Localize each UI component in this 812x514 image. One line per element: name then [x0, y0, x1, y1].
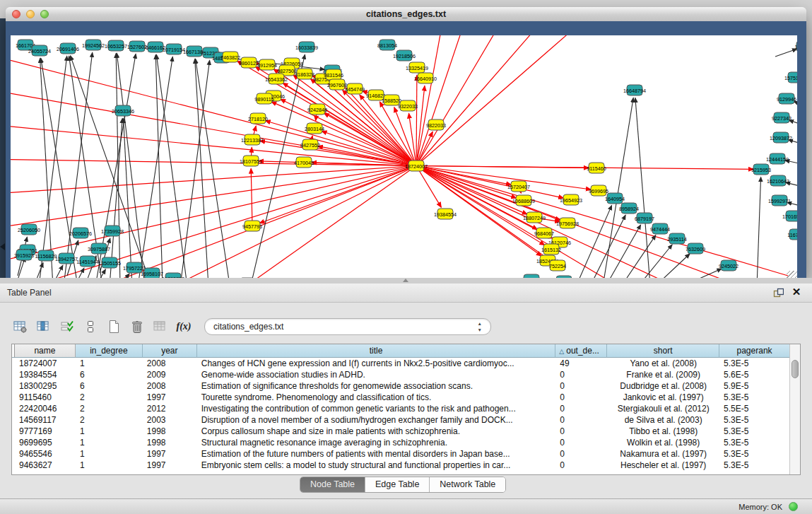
graph-node[interactable]: 17016504 — [782, 211, 797, 221]
table-row[interactable]: 946362711997Embryonic stem cells: a mode… — [12, 460, 790, 471]
table-row[interactable]: 1938455462009Genome-wide association stu… — [12, 369, 790, 380]
graph-node[interactable]: 1167533 — [787, 229, 797, 240]
column-header-year[interactable]: year — [143, 344, 197, 358]
graph-node[interactable]: 10719154 — [163, 44, 185, 54]
table-row[interactable]: 2242004622012Investigating the contribut… — [12, 403, 790, 414]
column-header-name[interactable]: name — [15, 344, 76, 358]
graph-node[interactable]: 1615132 — [541, 244, 561, 255]
scrollbar-thumb[interactable] — [792, 360, 799, 378]
graph-node[interactable]: 8813054 — [377, 40, 397, 50]
graph-node[interactable]: 20206576 — [69, 228, 92, 238]
show-columns-icon[interactable] — [36, 318, 52, 335]
graph-node[interactable]: 8454749 — [345, 83, 365, 94]
graph-node[interactable]: 9822033 — [426, 119, 446, 130]
graph-node[interactable]: 2967608 — [327, 79, 347, 90]
table-row[interactable]: 911546021997Tourette syndrome. Phenomeno… — [12, 392, 790, 403]
table-row[interactable]: 969969511998Structural magnetic resonanc… — [12, 437, 790, 448]
graph-node[interactable]: 9860123 — [239, 57, 259, 68]
column-header-short[interactable]: short — [607, 344, 719, 358]
graph-node[interactable]: 25206050 — [18, 224, 40, 235]
splitter-grip-icon[interactable] — [403, 279, 408, 282]
graph-node[interactable]: 6879197 — [635, 213, 654, 223]
graph-node[interactable]: 12213387 — [241, 134, 264, 145]
delete-trash-icon[interactable] — [129, 318, 145, 335]
graph-node[interactable]: 9474444 — [650, 223, 670, 234]
graph-node[interactable]: 8958924 — [619, 203, 639, 214]
graph-node[interactable]: 30975887 — [88, 243, 110, 254]
graph-node[interactable]: 18107551 — [240, 156, 262, 166]
graph-node[interactable]: 9115460 — [587, 163, 606, 173]
graph-node[interactable]: 9831546 — [324, 69, 343, 80]
graph-node[interactable]: 7632609 — [686, 243, 705, 254]
table-row[interactable]: 946554611997Estimation of the future num… — [12, 448, 790, 460]
graph-node[interactable]: 9129946 — [777, 93, 796, 104]
graph-node[interactable]: 752254 — [549, 260, 566, 271]
graph-node[interactable]: 15992971 — [768, 195, 791, 206]
graph-node[interactable]: 9227343 — [772, 112, 792, 123]
graph-node[interactable]: 16648794 — [623, 85, 646, 95]
float-panel-icon[interactable] — [772, 287, 784, 298]
graph-node[interactable]: 10653257 — [105, 40, 127, 51]
graph-node[interactable]: 8912954 — [257, 59, 277, 70]
graph-node[interactable]: 1640954 — [605, 193, 625, 204]
tab-node-table[interactable]: Node Table — [300, 477, 365, 492]
vertical-scrollbar[interactable] — [789, 344, 800, 474]
graph-node[interactable]: 2935114 — [667, 233, 686, 244]
graph-node[interactable]: 9684067 — [534, 228, 554, 238]
graph-node[interactable]: 3915923 — [14, 250, 34, 260]
graph-node[interactable]: 15751074 — [784, 72, 797, 83]
table-row[interactable]: 1456911722003Disruption of a novel membe… — [12, 414, 790, 426]
column-header-title[interactable]: title — [197, 344, 556, 358]
table-row[interactable]: 977716911998Corpus callosum shape and si… — [12, 426, 790, 437]
table-row[interactable]: 1872400712008Changes of HCN gene express… — [12, 358, 790, 369]
tab-edge-table[interactable]: Edge Table — [365, 477, 430, 492]
graph-node[interactable]: 19218506 — [393, 50, 416, 61]
graph-node[interactable]: 12093872 — [770, 132, 792, 143]
graph-node[interactable]: 20691406 — [57, 43, 79, 54]
graph-node[interactable]: 4170043 — [294, 157, 314, 168]
horizontal-splitter[interactable] — [0, 278, 812, 284]
graph-node[interactable]: 9242848 — [307, 104, 327, 115]
graph-node[interactable]: 13942757 — [55, 253, 78, 264]
graph-node[interactable]: 9245022 — [719, 260, 739, 271]
graph-node[interactable]: 9890115 — [254, 93, 273, 104]
graph-node[interactable]: 16033839 — [295, 42, 318, 52]
select-rows-icon[interactable] — [59, 318, 75, 335]
graph-node[interactable]: 2718120 — [248, 113, 268, 124]
import-table-icon[interactable] — [153, 318, 168, 335]
graph-node[interactable]: 1527602 — [127, 41, 147, 52]
collapse-panel-arrow-icon[interactable] — [0, 243, 5, 250]
graph-node[interactable]: 9699695 — [589, 185, 608, 196]
memory-ok-indicator-icon[interactable] — [789, 502, 798, 511]
column-header-pagerank[interactable]: pagerank — [719, 344, 790, 358]
graph-node[interactable]: 9457793 — [242, 221, 262, 231]
graph-node[interactable]: 12444159 — [766, 153, 789, 164]
window-titlebar[interactable]: citations_edges.txt — [6, 7, 806, 22]
table-mode-icon[interactable] — [83, 318, 98, 335]
close-panel-icon[interactable]: ✕ — [791, 286, 802, 298]
graph-node[interactable]: 19384554 — [434, 209, 457, 219]
graph-node[interactable]: 16210643 — [767, 175, 789, 186]
table-row[interactable]: 1830029562008Estimation of significance … — [12, 380, 790, 392]
graph-node[interactable]: 1117645 — [795, 41, 797, 52]
graph-node[interactable]: 20653346 — [112, 105, 134, 116]
graph-node[interactable]: 11451944 — [76, 256, 98, 267]
column-header-in-degree[interactable]: in_degree — [76, 344, 143, 358]
graph-node[interactable]: 10688609 — [512, 195, 535, 206]
citation-network-graph[interactable]: 1661704 24055724 20691406 19924562 10653… — [11, 35, 797, 281]
graph-node[interactable]: 13325419 — [406, 62, 428, 73]
table-settings-icon[interactable] — [13, 318, 28, 335]
function-builder-icon[interactable]: f(x) — [176, 318, 192, 335]
graph-node[interactable]: 19924562 — [82, 40, 105, 50]
column-header-out-de-[interactable]: △out_de... — [555, 344, 607, 358]
graph-node[interactable]: 19654923 — [560, 194, 582, 205]
graph-node[interactable]: 9322033 — [398, 100, 418, 111]
network-canvas[interactable]: 1661704 24055724 20691406 19924562 10653… — [11, 35, 797, 281]
table-selector-dropdown[interactable]: citations_edges.txt ▲▼ — [204, 318, 491, 335]
graph-node[interactable]: 11156829 — [35, 250, 57, 261]
new-document-icon[interactable] — [106, 318, 122, 335]
graph-node[interactable]: 8427552 — [300, 139, 320, 150]
tab-network-table[interactable]: Network Table — [430, 477, 505, 492]
graph-node[interactable]: 9215953 — [751, 164, 771, 175]
graph-node[interactable]: 2803144 — [305, 123, 324, 134]
